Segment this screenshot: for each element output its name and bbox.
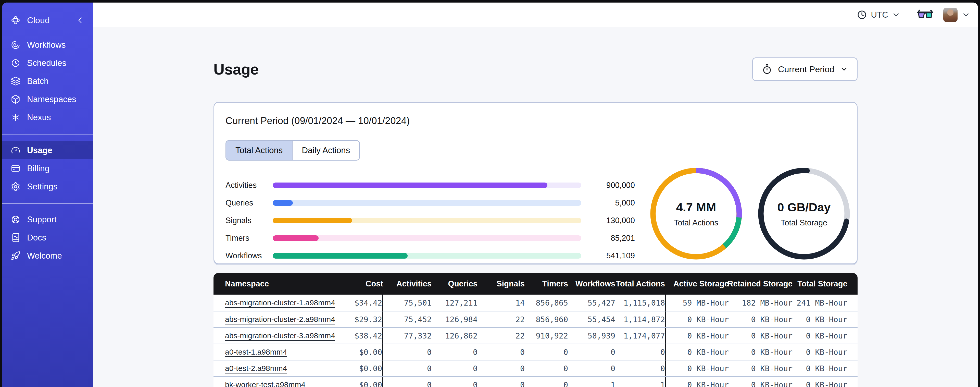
docs-icon [11,233,21,243]
period-selector-button[interactable]: Current Period [752,58,858,81]
column-header-cost: Cost [335,273,383,294]
cell-timers: 856,960 [525,312,568,327]
table-row: a0-test-1.a98mm4$0.000000000 KB-Hour0 KB… [213,344,858,360]
sidebar-item-label: Namespaces [27,94,76,104]
cell-total-storage: 241 MB-Hour [792,294,847,311]
sidebar-item-schedules[interactable]: Schedules [2,54,93,72]
donut-total-actions: 4.7 MMTotal Actions [648,165,745,262]
namespace-link[interactable]: abs-migration-cluster-1.a98mm4 [225,298,335,307]
bar-track [273,218,581,223]
user-avatar[interactable] [943,8,958,22]
sidebar-item-billing[interactable]: Billing [2,159,93,178]
logo-label: Cloud [27,15,50,25]
sidebar-item-workflows[interactable]: Workflows [2,36,93,54]
bar-fill [273,235,318,241]
actions-tab-group: Total ActionsDaily Actions [226,140,360,161]
column-header-total-actions: Total Actions [615,273,665,294]
tab-total-actions[interactable]: Total Actions [226,141,292,160]
schedules-icon [11,58,21,68]
topbar: UTC [93,3,978,27]
sidebar-item-docs[interactable]: Docs [2,229,93,246]
tab-daily-actions[interactable]: Daily Actions [292,141,359,160]
namespace-link[interactable]: a0-test-2.a98mm4 [225,364,287,373]
table-row: abs-migration-cluster-1.a98mm4$34.4275,5… [213,294,858,311]
cell-activities: 77,332 [383,328,431,344]
cell-active-storage: 0 KB-Hour [665,377,729,387]
donut-value: 0 GB/Day [778,200,831,214]
cell-timers: 910,922 [525,328,568,344]
column-header-workflows: Workflows [568,273,615,294]
bar-track [273,235,581,241]
bar-label: Queries [226,198,273,208]
sidebar-item-batch[interactable]: Batch [2,72,93,90]
namespace-link[interactable]: abs-migration-cluster-2.a98mm4 [225,315,335,324]
sidebar-item-label: Workflows [27,40,66,50]
glasses-icon[interactable] [917,9,933,21]
sidebar-divider [2,134,93,134]
cell-total-storage: 0 KB-Hour [792,360,847,376]
cell-cost: $38.42 [335,328,383,344]
cell-timers: 0 [525,377,568,387]
period-button-label: Current Period [778,64,834,74]
cell-signals: 0 [477,344,525,360]
column-header-namespace: Namespace [213,273,335,294]
cell-retained-storage: 0 KB-Hour [729,360,792,376]
actions-bar-chart: Activities900,000Queries5,000Signals130,… [226,176,635,264]
cell-namespace: a0-test-1.a98mm4 [213,344,335,360]
column-header-timers: Timers [525,273,568,294]
collapse-sidebar-icon[interactable] [76,16,84,24]
cell-namespace: abs-migration-cluster-1.a98mm4 [213,294,335,311]
column-header-activities: Activities [383,273,431,294]
sidebar-item-label: Welcome [27,251,62,261]
namespace-link[interactable]: abs-migration-cluster-3.a98mm4 [225,331,335,340]
cell-workflows: 55,454 [568,312,615,327]
stopwatch-icon [762,64,772,75]
donut-label: Total Storage [781,218,827,227]
cell-retained-storage: 182 MB-Hour [729,294,792,311]
sidebar-item-usage[interactable]: Usage [2,141,93,159]
cell-signals: 22 [477,312,525,327]
timezone-label: UTC [871,10,888,20]
support-icon [11,215,21,224]
sidebar-item-welcome[interactable]: Welcome [2,246,93,265]
batch-icon [11,76,21,86]
sidebar-item-settings[interactable]: Settings [2,178,93,195]
sidebar-item-label: Schedules [27,58,66,68]
cell-cost: $34.42 [335,294,383,311]
cell-active-storage: 0 KB-Hour [665,360,729,376]
cell-total-actions: 0 [615,360,665,376]
column-header-active-storage: Active Storage [665,273,729,294]
cell-cost: $29.32 [335,312,383,327]
cell-workflows: 0 [568,344,615,360]
cell-cost: $0.00 [335,344,383,360]
sidebar-item-label: Nexus [27,113,51,122]
cell-signals: 22 [477,328,525,344]
user-menu-chevron-icon[interactable] [962,10,970,19]
cell-total-actions: 1,115,018 [615,294,665,311]
sidebar-item-nexus[interactable]: Nexus [2,108,93,126]
sidebar-item-support[interactable]: Support [2,210,93,229]
cell-workflows: 58,939 [568,328,615,344]
nexus-icon [11,113,21,122]
cell-total-actions: 1 [615,377,665,387]
sidebar-item-namespaces[interactable]: Namespaces [2,90,93,108]
bar-row-queries: Queries5,000 [226,194,635,212]
app-window: Cloud WorkflowsSchedulesBatchNamespacesN… [2,3,978,387]
workflows-icon [11,40,21,50]
bar-label: Activities [226,181,273,190]
namespace-link[interactable]: bk-worker-test.a98mm4 [225,381,305,387]
column-header-signals: Signals [477,273,525,294]
table-row: a0-test-2.a98mm4$0.000000000 KB-Hour0 KB… [213,360,858,376]
chevron-down-icon [892,10,900,19]
cell-total-actions: 1,174,077 [615,328,665,344]
sidebar-item-label: Billing [27,164,49,173]
cell-timers: 0 [525,360,568,376]
cell-total-actions: 1,114,872 [615,312,665,327]
cell-total-storage: 0 KB-Hour [792,312,847,327]
timezone-select[interactable]: UTC [856,10,900,20]
cell-namespace: bk-worker-test.a98mm4 [213,377,335,387]
welcome-icon [11,251,21,261]
namespace-usage-table: NamespaceCostActivitiesQueriesSignalsTim… [213,273,858,387]
bar-value: 85,201 [581,233,635,243]
namespace-link[interactable]: a0-test-1.a98mm4 [225,348,287,357]
